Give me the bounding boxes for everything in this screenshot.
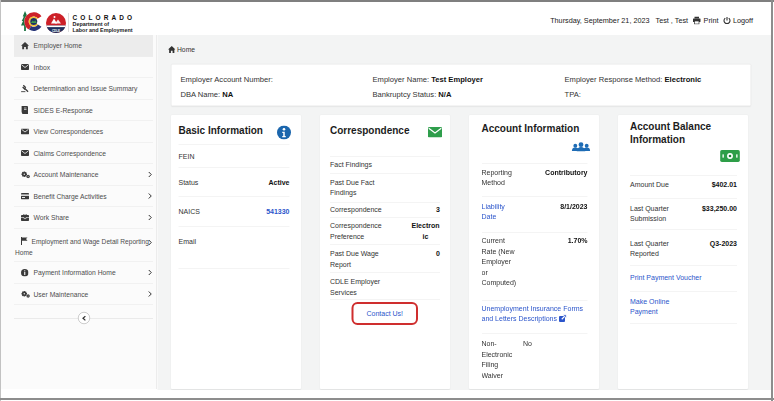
svg-text:CDLE: CDLE	[52, 29, 60, 33]
